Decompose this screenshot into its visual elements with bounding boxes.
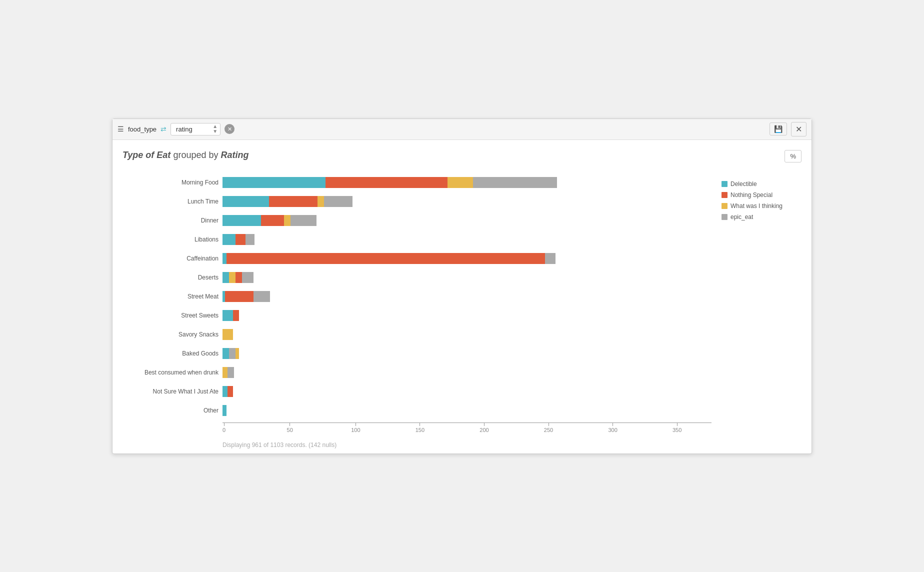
axis-tick: 200 bbox=[480, 423, 488, 433]
legend-item: Nothing Special bbox=[722, 192, 802, 198]
bar-segment bbox=[222, 310, 233, 321]
bar-segment bbox=[448, 177, 473, 188]
bar-segment bbox=[222, 272, 229, 283]
bar-segment bbox=[225, 291, 254, 302]
axis-tick: 100 bbox=[351, 423, 360, 433]
tick-label: 0 bbox=[222, 427, 226, 433]
bar-segment bbox=[222, 215, 261, 226]
bar-segment bbox=[246, 234, 254, 245]
tick-line bbox=[420, 423, 420, 426]
chart-title: Type of Eat grouped by Rating bbox=[122, 150, 248, 160]
bar-row: Dinner bbox=[122, 214, 712, 228]
legend-label: What was I thinking bbox=[730, 202, 782, 210]
bar-track bbox=[222, 367, 712, 378]
legend-label: Nothing Special bbox=[730, 192, 772, 198]
bar-row: Not Sure What I Just Ate bbox=[122, 384, 712, 398]
bar-label: Savory Snacks bbox=[122, 331, 222, 338]
rating-select[interactable]: rating name count bbox=[170, 123, 220, 136]
bar-row: Libations bbox=[122, 232, 712, 246]
title-part3: Rating bbox=[220, 150, 248, 160]
axis-tick: 350 bbox=[672, 423, 682, 433]
bar-track bbox=[222, 196, 712, 207]
tick-label: 200 bbox=[480, 427, 488, 433]
bar-segment bbox=[236, 272, 242, 283]
tick-line bbox=[290, 423, 290, 426]
bar-segment bbox=[545, 253, 556, 264]
bar-track bbox=[222, 215, 712, 226]
chart-area: Morning FoodLunch TimeDinnerLibationsCaf… bbox=[122, 176, 802, 448]
bar-label: Other bbox=[122, 407, 222, 414]
bar-segment bbox=[222, 196, 269, 207]
save-button[interactable]: 💾 bbox=[770, 122, 787, 136]
bar-segment bbox=[222, 177, 326, 188]
bar-label: Best consumed when drunk bbox=[122, 369, 222, 376]
bar-segment bbox=[222, 386, 228, 397]
bar-row: Street Sweets bbox=[122, 308, 712, 322]
bar-track bbox=[222, 234, 712, 245]
transform-icon: ⇄ bbox=[160, 125, 166, 133]
bar-segment bbox=[222, 348, 229, 359]
tick-line bbox=[677, 423, 678, 426]
percent-button[interactable]: % bbox=[784, 150, 802, 162]
bar-segment bbox=[222, 253, 226, 264]
bar-segment bbox=[318, 196, 324, 207]
bar-segment bbox=[260, 291, 270, 302]
axis-tick: 0 bbox=[222, 423, 226, 433]
bar-row: Caffeination bbox=[122, 252, 712, 266]
tick-label: 50 bbox=[287, 427, 293, 433]
bar-segment bbox=[236, 234, 246, 245]
axis-tick: 250 bbox=[544, 423, 553, 433]
tick-line bbox=[548, 423, 549, 426]
bar-label: Libations bbox=[122, 236, 222, 243]
tick-line bbox=[356, 423, 356, 426]
clear-button[interactable]: ✕ bbox=[224, 124, 234, 134]
legend-swatch bbox=[722, 192, 728, 198]
bar-segment bbox=[222, 405, 226, 416]
axis-area: 050100150200250300350 bbox=[222, 422, 712, 438]
tick-line bbox=[484, 423, 484, 426]
bar-segment bbox=[236, 348, 240, 359]
bar-segment bbox=[226, 253, 546, 264]
bar-label: Dinner bbox=[122, 217, 222, 224]
field-label: food_type bbox=[128, 126, 156, 133]
bar-track bbox=[222, 386, 712, 397]
bar-row: Savory Snacks bbox=[122, 328, 712, 342]
bar-segment bbox=[284, 215, 290, 226]
tick-label: 300 bbox=[608, 427, 617, 433]
bar-track bbox=[222, 329, 712, 340]
tick-line bbox=[612, 423, 613, 426]
axis-tick: 150 bbox=[416, 423, 424, 433]
legend-label: epic_eat bbox=[730, 214, 753, 220]
close-button[interactable]: ✕ bbox=[791, 122, 806, 136]
chart-container: Type of Eat grouped by Rating % Morning … bbox=[112, 140, 812, 454]
bar-track bbox=[222, 405, 712, 416]
bar-segment bbox=[228, 367, 234, 378]
bars-section: Morning FoodLunch TimeDinnerLibationsCaf… bbox=[122, 176, 712, 448]
bar-segment bbox=[324, 196, 352, 207]
legend-swatch bbox=[722, 203, 728, 209]
bar-segment bbox=[233, 310, 240, 321]
tick-label: 350 bbox=[672, 427, 682, 433]
title-part1: Type of Eat bbox=[122, 150, 170, 160]
legend-item: epic_eat bbox=[722, 214, 802, 220]
bar-segment bbox=[473, 177, 556, 188]
bar-row: Best consumed when drunk bbox=[122, 366, 712, 380]
legend-item: Delectible bbox=[722, 180, 802, 188]
legend-swatch bbox=[722, 181, 728, 187]
legend: DelectibleNothing SpecialWhat was I thin… bbox=[712, 176, 802, 448]
bar-segment bbox=[222, 367, 228, 378]
bar-row: Street Meat bbox=[122, 290, 712, 304]
bar-row: Other bbox=[122, 404, 712, 418]
bar-label: Baked Goods bbox=[122, 350, 222, 357]
toolbar: ☰ food_type ⇄ rating name count ▲▼ ✕ 💾 ✕ bbox=[112, 119, 812, 140]
legend-item: What was I thinking bbox=[722, 202, 802, 210]
field-icon: ☰ bbox=[118, 125, 124, 133]
bar-segment bbox=[269, 196, 318, 207]
footer-text: Displaying 961 of 1103 records. (142 nul… bbox=[222, 442, 712, 448]
bar-label: Deserts bbox=[122, 274, 222, 281]
bar-track bbox=[222, 177, 712, 188]
bar-label: Street Meat bbox=[122, 293, 222, 300]
bar-segment bbox=[229, 348, 236, 359]
rating-select-wrapper[interactable]: rating name count ▲▼ bbox=[170, 123, 220, 136]
bar-row: Lunch Time bbox=[122, 194, 712, 208]
